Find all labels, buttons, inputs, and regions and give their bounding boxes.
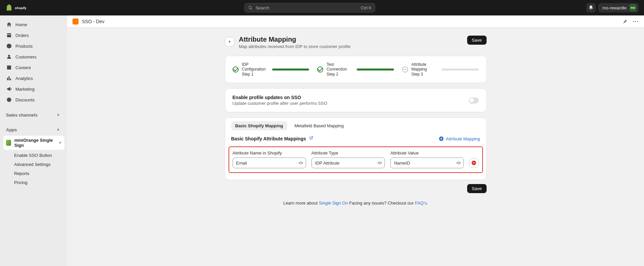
- nav-label: Orders: [15, 33, 29, 38]
- section-label: Apps: [6, 127, 17, 132]
- attr-type-select[interactable]: IDP Attribute: [311, 158, 385, 168]
- home-icon: [6, 21, 12, 28]
- learn-more: Learn more about Single Sign On Facing a…: [225, 201, 487, 206]
- nav-label: Content: [15, 65, 31, 70]
- app-label: miniOrange Single Sign: [14, 138, 55, 148]
- toggle-title: Enable profile updates on SSO: [233, 95, 328, 100]
- faq-link[interactable]: FAQ's: [415, 201, 427, 206]
- attr-name-label: Attribute Name in Shopify: [233, 150, 306, 156]
- footer-save-row: Save: [225, 184, 487, 193]
- content: Attribute Mapping Map attributes receive…: [67, 28, 644, 266]
- nav-home[interactable]: Home: [3, 19, 64, 30]
- svg-text:shopify: shopify: [15, 6, 27, 9]
- nav-customers[interactable]: Customers: [3, 52, 64, 62]
- back-button[interactable]: [225, 37, 234, 46]
- orders-icon: [6, 32, 12, 38]
- sub-pricing[interactable]: Pricing: [3, 178, 64, 187]
- more-icon[interactable]: [633, 18, 639, 25]
- nav-label: Products: [15, 44, 33, 49]
- profile-updates-toggle[interactable]: [469, 97, 479, 103]
- mapping-row: Attribute Name in Shopify Email Attribut…: [233, 150, 479, 168]
- nav-orders[interactable]: Orders: [3, 30, 64, 40]
- plus-circle-icon: [439, 136, 444, 141]
- store-switcher[interactable]: mo-rewardle mo: [598, 3, 639, 12]
- pending-icon: [402, 66, 408, 73]
- section-title: Basic Shopify Attribute Mappings: [231, 136, 306, 141]
- tab-basic[interactable]: Basic Shopify Mapping: [231, 121, 287, 130]
- app-miniorange[interactable]: miniOrange Single Sign: [3, 136, 64, 150]
- nav-discounts[interactable]: Discounts: [3, 95, 64, 105]
- nav-analytics[interactable]: Analytics: [3, 73, 64, 83]
- apps-header[interactable]: Apps: [3, 125, 64, 134]
- chevron-right-icon: [56, 127, 61, 132]
- sales-channels-header[interactable]: Sales channels: [3, 110, 64, 120]
- search-placeholder: Search: [255, 5, 269, 10]
- external-link[interactable]: [309, 136, 313, 142]
- sidebar: Home Orders Products Customers Content A…: [0, 15, 67, 266]
- steps-card: IDPConfigurationStep 1 TestConnectionSte…: [225, 56, 487, 83]
- remove-mapping-button[interactable]: [469, 158, 479, 168]
- check-icon: [233, 66, 239, 73]
- analytics-icon: [6, 75, 12, 81]
- nav-content[interactable]: Content: [3, 62, 64, 73]
- add-mapping-link[interactable]: Attribute Mapping: [439, 136, 480, 141]
- pin-icon[interactable]: [58, 140, 62, 145]
- search-bar-container: Search Ctrl K: [38, 3, 582, 12]
- bell-icon: [588, 5, 594, 10]
- external-link-icon: [309, 136, 313, 140]
- attr-value-field: Attribute Value NameID: [390, 150, 464, 168]
- step-test: TestConnectionStep 2: [317, 62, 394, 77]
- nav-label: Customers: [15, 54, 37, 59]
- shopify-wordmark: shopify: [15, 6, 34, 10]
- sub-advanced-settings[interactable]: Advanced Settings: [3, 160, 64, 169]
- search-shortcut: Ctrl K: [361, 5, 372, 10]
- save-button-bottom[interactable]: Save: [467, 184, 487, 193]
- topbar: shopify Search Ctrl K mo-rewardle mo: [0, 0, 644, 15]
- progress-bar: [442, 69, 479, 71]
- progress-bar: [272, 69, 309, 71]
- tabs: Basic Shopify Mapping Metafield Based Ma…: [225, 121, 486, 134]
- shopify-bag-icon: [5, 4, 13, 12]
- attr-type-label: Attribute Type: [311, 150, 385, 156]
- nav-label: Discounts: [15, 97, 35, 102]
- tab-metafield[interactable]: Metafield Based Mapping: [291, 121, 348, 130]
- page-subtitle: Map attributes received from IDP to stor…: [239, 44, 351, 49]
- attr-value-select[interactable]: NameID: [390, 158, 464, 168]
- nav-label: Home: [15, 22, 27, 27]
- content-icon: [6, 64, 12, 71]
- sub-enable-sso[interactable]: Enable SSO Button: [3, 151, 64, 160]
- customers-icon: [6, 54, 12, 60]
- mapping-row-highlight: Attribute Name in Shopify Email Attribut…: [229, 146, 483, 173]
- nav-label: Marketing: [15, 87, 35, 92]
- toggle-subtitle: Update customer profile after user perfo…: [233, 101, 328, 106]
- shopify-logo[interactable]: shopify: [5, 4, 34, 12]
- sso-link[interactable]: Single Sign On: [319, 201, 348, 206]
- app-icon: [6, 140, 11, 146]
- attr-name-field: Attribute Name in Shopify Email: [233, 150, 306, 168]
- page-title: Attribute Mapping: [239, 36, 351, 43]
- page-head: Attribute Mapping Map attributes receive…: [225, 36, 487, 49]
- step-idp: IDPConfigurationStep 1: [233, 62, 309, 77]
- step-mapping: AttributeMappingStep 3: [402, 62, 479, 77]
- toggle-card: Enable profile updates on SSO Update cus…: [225, 88, 487, 112]
- pin-icon[interactable]: [622, 18, 628, 25]
- store-name: mo-rewardle: [602, 5, 627, 10]
- search-icon: [248, 5, 253, 10]
- attr-name-select[interactable]: Email: [233, 158, 306, 168]
- progress-bar: [357, 69, 394, 71]
- discounts-icon: [6, 97, 12, 103]
- nav-marketing[interactable]: Marketing: [3, 84, 64, 94]
- arrow-left-icon: [227, 39, 232, 44]
- products-icon: [6, 43, 12, 49]
- avatar: mo: [629, 4, 637, 11]
- sub-reports[interactable]: Reports: [3, 169, 64, 178]
- check-icon: [317, 66, 323, 73]
- save-button[interactable]: Save: [467, 36, 487, 45]
- nav-products[interactable]: Products: [3, 41, 64, 51]
- app-title: SSO - Dev: [82, 19, 104, 24]
- search-input[interactable]: Search Ctrl K: [244, 3, 375, 12]
- section-label: Sales channels: [6, 113, 38, 118]
- app-header: SSO - Dev: [67, 15, 644, 28]
- chevron-right-icon: [56, 112, 61, 118]
- notifications-button[interactable]: [586, 3, 596, 12]
